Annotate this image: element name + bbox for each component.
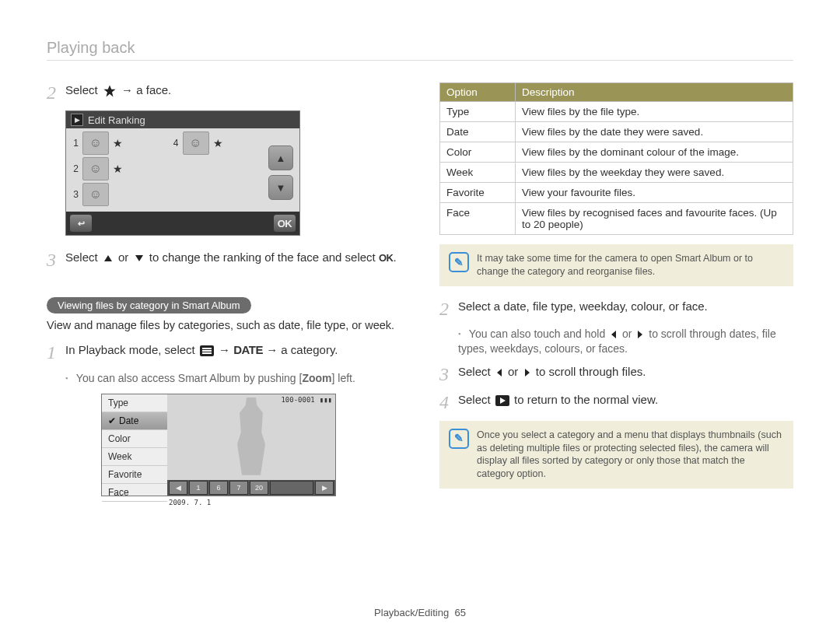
up-chevron-icon [103,254,114,263]
menu-item-week[interactable]: Week [102,448,167,466]
note-box: ✎ It may take some time for the camera t… [439,244,793,286]
svg-rect-4 [202,348,212,349]
face-thumb: ☺ [82,157,109,180]
film-cell[interactable]: 1 [189,481,208,495]
film-date: 2009. 7. 1 [169,499,211,506]
face-thumb: ☺ [82,131,109,155]
table-row: FaceView files by recognised faces and f… [440,203,793,235]
step-number: 3 [439,364,458,384]
step-1: 1 In Playback mode, select → DATE → a ca… [47,342,401,363]
rank-number: 3 [69,189,79,200]
play-icon [495,395,509,406]
table-row: FavoriteView your favourite files. [440,183,793,203]
battery-icon: ▮▮▮ [320,396,332,404]
down-chevron-icon [134,254,145,263]
date-icon: DATE [233,343,263,356]
screenshot-body: Type ✔Date Color Week Favorite Face 100-… [102,394,335,496]
text: or [508,365,522,378]
ok-button[interactable]: OK [273,214,296,233]
film-cell[interactable]: 7 [229,481,248,495]
text: or [622,328,635,340]
screenshot-bottom-bar: ↩ OK [66,212,299,235]
edit-ranking-screenshot: ▶ Edit Ranking 1 ☺ ★ 4 [65,110,300,236]
svg-rect-6 [202,352,212,354]
step-body: Select or to change the ranking of the f… [65,250,401,265]
note-box: ✎ Once you select a category and a menu … [439,421,793,489]
smart-album-screenshot: Type ✔Date Color Week Favorite Face 100-… [101,394,336,496]
text: to change the ranking of the face and se… [149,250,379,264]
left-chevron-icon [495,368,503,377]
star-icon: ★ [113,163,123,175]
film-next[interactable]: ▶ [315,481,334,495]
note-text: It may take some time for the camera to … [477,252,784,278]
menu-item-type[interactable]: Type [102,394,167,412]
step-3: 3 Select or to change the ranking of the… [47,250,401,270]
step-4r: 4 Select to return to the normal view. [439,392,793,412]
menu-item-favorite[interactable]: Favorite [102,466,167,484]
th-description: Description [516,83,793,102]
bullet: You can also access Smart Album by pushi… [65,371,401,386]
step-text-post: → a face. [121,83,171,96]
menu-item-date[interactable]: ✔Date [102,412,167,430]
text: or [118,250,132,264]
text: → a category. [266,343,338,356]
table-row: TypeView files by the file type. [440,102,793,122]
section-para: View and manage files by categories, suc… [47,318,401,334]
right-chevron-icon [636,330,644,339]
text: You can also access Smart Album by pushi… [76,372,303,384]
text: to scroll through files. [536,365,646,378]
back-button[interactable]: ↩ [69,214,93,233]
svg-marker-7 [611,331,616,338]
star-icon: ★ [113,137,123,149]
preview-area: 100-0001 ▮▮▮ ◀ 1 6 7 20 ▶ 2009. 7. [167,394,335,496]
rank-number: 1 [69,138,79,149]
text: to return to the normal view. [514,393,658,406]
file-counter: 100-0001 [281,396,314,404]
footer-label: Playback/Editing [374,607,449,618]
note-icon: ✎ [449,429,469,449]
page-title: Playing back [47,39,793,61]
table-row: WeekView files by the weekday they were … [440,163,793,183]
step-body: Select or to scroll through files. [458,364,793,380]
step-3r: 3 Select or to scroll through files. [439,364,793,384]
step-body: In Playback mode, select → DATE → a cate… [65,342,401,358]
page: Playing back 2 Select → a face. ▶ Edit R… [0,0,840,634]
page-number: 65 [454,607,465,618]
text: Select [458,365,494,378]
step-body: Select a date, file type, weekday, colou… [458,299,793,314]
menu-item-color[interactable]: Color [102,430,167,448]
film-strip: ◀ 1 6 7 20 ▶ 2009. 7. 1 [167,480,335,496]
rank-row: 3 ☺ [69,183,265,206]
film-prev[interactable]: ◀ [169,481,187,495]
screenshot-title: Edit Ranking [88,114,145,126]
star-icon: ★ [213,137,223,149]
left-column: 2 Select → a face. ▶ Edit Ranking [47,82,401,510]
text: Select [65,250,101,264]
rank-number: 2 [69,163,79,174]
zoom-label: Zoom [302,372,331,384]
step-number: 4 [439,392,458,412]
ok-icon: OK [379,252,394,264]
menu-item-face[interactable]: Face [102,484,167,502]
rank-number: 4 [170,138,179,149]
step-number: 2 [439,299,458,319]
right-column: Option Description TypeView files by the… [439,82,793,510]
check-icon: ✔ [108,415,116,426]
th-option: Option [440,83,516,102]
step-2: 2 Select → a face. [47,82,401,103]
rank-up-button[interactable]: ▲ [268,145,293,170]
screenshot-titlebar: ▶ Edit Ranking [66,111,299,128]
rank-list: 1 ☺ ★ 4 ☺ ★ 2 [69,131,265,208]
page-footer: Playback/Editing 65 [0,607,840,618]
face-thumb: ☺ [82,183,109,206]
left-chevron-icon [610,330,618,339]
film-cell[interactable]: 20 [250,481,268,495]
status-bar: 100-0001 ▮▮▮ [281,396,332,404]
step-2r: 2 Select a date, file type, weekday, col… [439,299,793,319]
playback-icon: ▶ [71,114,83,126]
rank-body: 1 ☺ ★ 4 ☺ ★ 2 [66,128,299,212]
text: You can also touch and hold [469,328,608,340]
rank-down-button[interactable]: ▼ [268,175,293,200]
film-cell[interactable]: 6 [209,481,228,495]
rank-row: 2 ☺ ★ [69,157,265,180]
